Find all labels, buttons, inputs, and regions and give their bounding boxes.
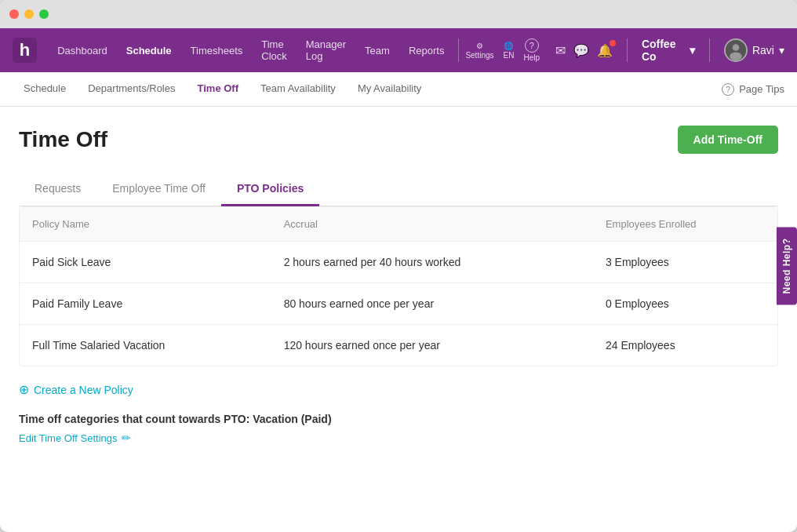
company-selector[interactable]: Coffee Co ▾ <box>642 38 695 63</box>
pto-label: Time off categories that count towards P… <box>19 413 249 425</box>
subnav-departments[interactable]: Departments/Roles <box>77 75 186 104</box>
question-icon: ? <box>722 83 734 96</box>
cell-accrual: 80 hours earned once per year <box>271 283 593 325</box>
pto-categories: Time off categories that count towards P… <box>19 413 778 425</box>
minimize-dot[interactable] <box>24 9 34 19</box>
cell-enrolled: 3 Employees <box>593 242 777 283</box>
avatar <box>724 38 748 62</box>
table-row[interactable]: Paid Sick Leave 2 hours earned per 40 ho… <box>20 242 777 283</box>
notification-badge <box>610 40 616 46</box>
plus-circle-icon: ⊕ <box>19 382 29 397</box>
subnav-timeoff[interactable]: Time Off <box>187 75 250 104</box>
app-window: h Dashboard Schedule Timesheets Time Clo… <box>0 0 797 532</box>
create-policy-label: Create a New Policy <box>34 384 133 396</box>
nav-reports[interactable]: Reports <box>401 40 453 61</box>
page-header: Time Off Add Time-Off <box>19 126 778 154</box>
policy-table: Policy Name Accrual Employees Enrolled P… <box>20 207 777 366</box>
svg-point-2 <box>730 53 742 60</box>
navbar: h Dashboard Schedule Timesheets Time Clo… <box>0 28 797 72</box>
settings-button[interactable]: ⚙ Settings <box>465 42 493 60</box>
tabs: Requests Employee Time Off PTO Policies <box>19 173 778 206</box>
close-dot[interactable] <box>9 9 19 19</box>
nav-timesheets[interactable]: Timesheets <box>183 40 251 61</box>
page-tips-label: Page Tips <box>739 83 784 95</box>
nav-managerlog[interactable]: Manager Log <box>298 34 354 67</box>
add-timeoff-button[interactable]: Add Time-Off <box>678 126 778 154</box>
col-enrolled: Employees Enrolled <box>593 207 777 242</box>
cell-accrual: 2 hours earned per 40 hours worked <box>271 242 593 283</box>
page-tips-button[interactable]: ? Page Tips <box>722 83 784 96</box>
subnav-links: Schedule Departments/Roles Time Off Team… <box>13 75 722 104</box>
page-content: Time Off Add Time-Off Requests Employee … <box>0 107 797 532</box>
bell-wrapper: 🔔 <box>597 43 613 58</box>
nav-schedule[interactable]: Schedule <box>118 40 180 61</box>
nav-team[interactable]: Team <box>357 40 398 61</box>
nav-dashboard[interactable]: Dashboard <box>49 40 115 61</box>
page-title: Time Off <box>19 127 107 152</box>
company-name: Coffee Co <box>642 38 685 63</box>
user-chevron-icon: ▾ <box>779 44 784 56</box>
table-row[interactable]: Paid Family Leave 80 hours earned once p… <box>20 283 777 325</box>
table-header-row: Policy Name Accrual Employees Enrolled <box>20 207 777 242</box>
col-accrual: Accrual <box>271 207 593 242</box>
svg-point-1 <box>733 44 740 51</box>
edit-settings-label: Edit Time Off Settings <box>19 432 117 444</box>
subnav-my-availability[interactable]: My Availability <box>347 75 432 104</box>
cell-enrolled: 24 Employees <box>593 325 777 366</box>
divider2 <box>709 38 710 62</box>
table-row[interactable]: Full Time Salaried Vacation 120 hours ea… <box>20 325 777 366</box>
pto-value: Vacation (Paid) <box>253 413 331 425</box>
subnav: Schedule Departments/Roles Time Off Team… <box>0 72 797 107</box>
titlebar <box>0 0 797 28</box>
app-logo[interactable]: h <box>13 38 37 63</box>
edit-settings-link[interactable]: Edit Time Off Settings ✏ <box>19 432 778 444</box>
col-policy-name: Policy Name <box>20 207 271 242</box>
need-help-tab[interactable]: Need Help? <box>777 227 797 304</box>
cell-policy-name: Paid Sick Leave <box>20 242 271 283</box>
cell-enrolled: 0 Employees <box>593 283 777 325</box>
company-chevron-icon: ▾ <box>690 44 695 56</box>
nav-timeclock[interactable]: Time Clock <box>253 34 295 67</box>
chat-icon[interactable]: 💬 <box>573 43 589 58</box>
cell-accrual: 120 hours earned once per year <box>271 325 593 366</box>
user-name: Ravi <box>752 44 774 56</box>
subnav-schedule[interactable]: Schedule <box>13 75 77 104</box>
maximize-dot[interactable] <box>39 9 49 19</box>
subnav-team-availability[interactable]: Team Availability <box>249 75 347 104</box>
divider <box>627 38 628 62</box>
tab-pto-policies[interactable]: PTO Policies <box>221 173 319 206</box>
cell-policy-name: Full Time Salaried Vacation <box>20 325 271 366</box>
policy-table-container: Policy Name Accrual Employees Enrolled P… <box>19 206 778 366</box>
pencil-icon: ✏ <box>122 432 131 444</box>
help-button[interactable]: ? Help <box>523 38 540 62</box>
nav-divider <box>458 38 459 62</box>
nav-links: Dashboard Schedule Timesheets Time Clock… <box>49 34 452 67</box>
cell-policy-name: Paid Family Leave <box>20 283 271 325</box>
tab-employee-timeoff[interactable]: Employee Time Off <box>96 173 221 206</box>
create-policy-link[interactable]: ⊕ Create a New Policy <box>19 382 778 397</box>
tab-requests[interactable]: Requests <box>19 173 96 206</box>
language-button[interactable]: 🌐 EN <box>504 42 515 60</box>
nav-right: ⚙ Settings 🌐 EN ? Help ✉ 💬 🔔 Co <box>465 38 784 63</box>
mail-icon[interactable]: ✉ <box>555 43 566 58</box>
user-menu[interactable]: Ravi ▾ <box>724 38 784 62</box>
